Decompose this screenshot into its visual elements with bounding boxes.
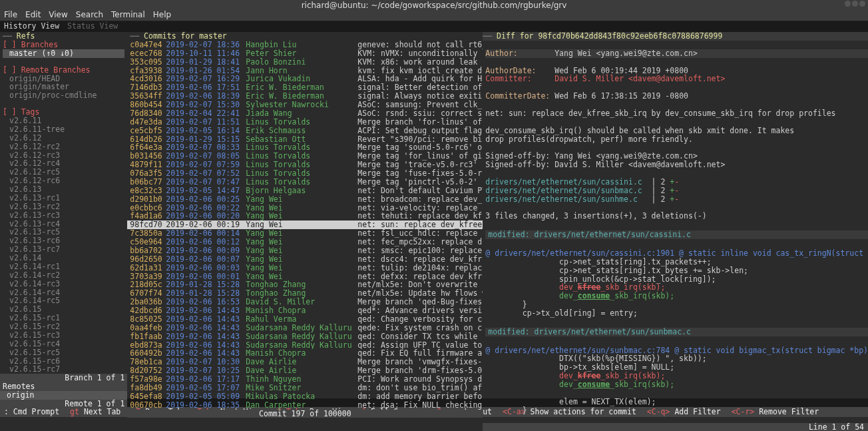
ref-tag[interactable]: v2.6.14-rc3 [3,280,124,288]
commit-row[interactable]: fa8db492019-02-05 17:07 Mike Snitzerdm: … [127,384,483,392]
diff-modified-2: modified: drivers/net/ethernet/sun/sunbm… [485,328,868,336]
commit-row[interactable]: 660492b2019-02-06 14:43 Manish Chopraqed… [127,349,483,358]
menu-bar: File Edit View Search Terminal Help [0,9,868,21]
commits-footer: Commit 197 of 100000 [127,410,483,418]
diff-footer: Line 1 of 54 [483,423,868,431]
commit-row[interactable]: b06bc772019-02-07 07:47 Linus TorvaldsMe… [127,178,483,187]
commit-row[interactable]: 00670cb2019-02-06 18:35 Dan Carpenternet… [127,401,483,410]
window-title: richard@ubuntu: ~/code/goworkspace/src/g… [302,1,567,10]
commit-row[interactable]: d47e3da2019-02-07 11:51 Linus TorvaldsMe… [127,118,483,127]
menu-view[interactable]: View [49,11,67,19]
close-button[interactable] [859,1,865,7]
tab-history[interactable]: History View [4,22,59,31]
commit-row[interactable]: bb6a7022019-02-06 00:09 Yang Weinet: sms… [127,246,483,255]
commit-row[interactable]: 7146db32019-02-06 17:51 Eric W. Biederma… [127,83,483,92]
tab-bar: History View Status View [0,21,868,32]
diff-title: ── Diff for 98fcd70b642dd843f80c92eeb6f8… [483,32,868,41]
diff-body-2: drop profiles(dropwatch, perf) more frie… [485,135,693,144]
ref-tag[interactable]: v2.6.15-rc2 [3,322,124,331]
commit-row[interactable]: 645efa82019-02-05 05:09 Mikulas Patockad… [127,392,483,401]
commit-row[interactable]: 78eb1ca2019-02-07 10:30 Dave AirlieMerge… [127,358,483,366]
menu-help[interactable]: Help [153,11,171,19]
diff-ctx: } [485,406,527,415]
ref-tag[interactable]: v2.6.13-rc3 [3,211,124,220]
commit-row[interactable]: b0314562019-02-07 08:05 Linus TorvaldsMe… [127,152,483,161]
commit-row[interactable]: 76d83402019-02-04 22:41 Jiada WangASoC: … [127,109,483,118]
commit-row[interactable]: 8c850252019-02-06 14:43 Rahul Vermaqed: … [127,315,483,324]
maximize-button[interactable] [852,1,858,7]
menu-terminal[interactable]: Terminal [111,11,145,19]
ref-tag[interactable]: v2.6.15-rc3 [3,331,124,340]
ref-tag[interactable]: v2.6.13-rc1 [3,194,124,203]
ref-tag[interactable]: v2.6.15-rc5 [3,348,124,357]
commit-row[interactable]: 353c0952019-01-29 18:41 Paolo BonziniKVM… [127,58,483,67]
menu-edit[interactable]: Edit [25,11,41,19]
diff-author-line: Author: Yang Wei <yang.wei9@zte.com.cn> [485,49,868,58]
commit-row[interactable]: f57a98e2019-02-06 17:17 Thinh NguyenPCI:… [127,375,483,384]
ref-tag[interactable]: v2.6.11 [3,117,124,125]
diff-panel: ── Diff for 98fcd70b642dd843f80c92eeb6f8… [483,32,868,398]
diff-committer-line: Committer: David S. Miller <davem@daveml… [485,75,868,83]
ref-tag[interactable]: v2.6.12 [3,134,124,143]
refs-panel: Refs [ ] Branches master (↑0 ↓0) [ ] Rem… [0,32,127,398]
commit-row[interactable]: e8c32c32019-02-05 14:47 Bjorn Helgaasnet… [127,187,483,195]
commit-row[interactable]: 4879f112019-02-07 07:59 Linus TorvaldsMe… [127,161,483,169]
commit-row[interactable]: 3703a392019-02-06 00:01 Yang Weinet: def… [127,272,483,281]
commit-row[interactable]: c0a47e42019-02-07 18:36 Hangbin Liugenev… [127,41,483,49]
commit-row[interactable]: 8d207522019-02-07 10:25 Dave AirlieMerge… [127,366,483,375]
ref-tag[interactable]: v2.6.14-rc1 [3,262,124,271]
help-next-tab: gt Next Tab [70,408,120,416]
ref-tag[interactable]: v2.6.14 [3,254,124,262]
main-area: Refs [ ] Branches master (↑0 ↓0) [ ] Rem… [0,32,868,398]
commit-row[interactable]: 96d26502019-02-06 00:07 Yang Weinet: dsc… [127,255,483,264]
commit-row[interactable]: e0cbbc62019-02-06 00:22 Yang Weinet: via… [127,204,483,213]
commit-row[interactable]: 98fcd702019-02-06 00:19 Yang Weinet: sun… [127,220,483,229]
commit-row[interactable]: 218d05c2019-01-28 15:28 Tonghao Zhangnet… [127,280,483,289]
commit-row[interactable]: 42dbcd62019-02-06 14:43 Manish Chopraqed… [127,306,483,315]
branches-header[interactable]: [ ] Branches [3,41,124,49]
commit-row[interactable]: 0aa4feb2019-02-06 14:43 Sudarsana Reddy … [127,324,483,332]
ref-tag[interactable]: v2.6.14-rc2 [3,271,124,280]
commit-row[interactable]: 2ba036b2019-02-06 16:53 David S. MillerM… [127,298,483,306]
diff-commitdate-line: CommitterDate: Wed Feb 6 17:38:15 2019 -… [485,91,688,101]
diff-stat-file: drivers/net/ethernet/sun/sunhme.c | 2 +- [485,195,868,204]
ref-master-selected[interactable]: master (↑0 ↓0) [3,49,124,58]
ref-tag[interactable]: v2.6.15-rc4 [3,340,124,348]
remote-footer: Remote 1 of 1 [0,400,127,408]
diff-ctx: cp->tx_old[ring] = entry; [485,308,637,318]
commit-row[interactable]: 6f64e3a2019-02-07 08:33 Linus TorvaldsMe… [127,143,483,152]
remote-branches-header[interactable]: [ ] Remote Branches [3,66,124,75]
ref-tag[interactable]: v2.6.11-tree [3,125,124,134]
help-cmd-prompt: : Cmd Prompt [4,408,59,416]
refs-title: Refs [0,32,127,41]
ref-tag[interactable]: v2.6.13-rc2 [3,203,124,211]
commit-row[interactable]: 4cd30162019-02-07 16:29 Jurica VukadinAL… [127,75,483,83]
commit-row[interactable]: f4ad1a62019-02-06 00:20 Yang Weinet: teh… [127,212,483,220]
commit-row[interactable]: d2901b02019-02-06 00:25 Yang Weinet: bro… [127,195,483,204]
commit-row[interactable]: 6707f742019-01-28 15:28 Tonghao Zhangnet… [127,289,483,298]
commit-row[interactable]: 076a3f52019-02-07 07:52 Linus TorvaldsMe… [127,169,483,178]
window-titlebar: richard@ubuntu: ~/code/goworkspace/src/g… [0,0,868,9]
ref-tag[interactable]: v2.6.13 [3,185,124,194]
menu-search[interactable]: Search [76,11,103,19]
diff-summary: 3 files changed, 3 insertions(+), 3 dele… [485,211,706,220]
commit-row[interactable]: 35634ff2019-02-06 18:39 Eric W. Biederma… [127,92,483,101]
commit-row[interactable]: 62d1a312019-02-06 00:03 Yang Weinet: tul… [127,264,483,272]
commit-row[interactable]: fb1faab2019-02-06 14:43 Sudarsana Reddy … [127,332,483,341]
commit-row[interactable]: cfa39382019-01-26 01:54 Jann Hornkvm: fi… [127,67,483,75]
minimize-button[interactable] [845,1,851,7]
diff-modified-1: modified: drivers/net/ethernet/sun/cassi… [485,230,868,239]
commit-row[interactable]: c50e9642019-02-06 00:12 Yang Weinet: fec… [127,238,483,246]
menu-file[interactable]: File [4,11,17,19]
ref-tag[interactable]: v2.6.12-rc2 [3,143,124,151]
commit-row[interactable]: ebd873a2019-02-06 14:43 Sudarsana Reddy … [127,341,483,350]
commit-row[interactable]: 860b4542019-02-07 15:30 Sylwester Nawroc… [127,101,483,109]
diff-subject: net: sun: replace dev_kfree_skb_irq by d… [485,109,835,118]
commit-row[interactable]: ecec7682019-10-11 11:46 Peter ShierKVM: … [127,49,483,58]
commit-row[interactable]: ce5cbf52019-02-05 16:14 Erik SchmaussACP… [127,127,483,135]
diff-add-line: dev_consume_skb_irq(skb); [485,380,674,389]
ref-remote[interactable]: origin/proc-cmdline [3,91,124,100]
commit-row[interactable]: 7c3850a2019-02-06 00:14 Yang Weinet: fsl… [127,229,483,238]
tab-status[interactable]: Status View [67,22,118,31]
commit-row[interactable]: 614db262019-01-29 15:15 Sebastian OttRev… [127,135,483,144]
